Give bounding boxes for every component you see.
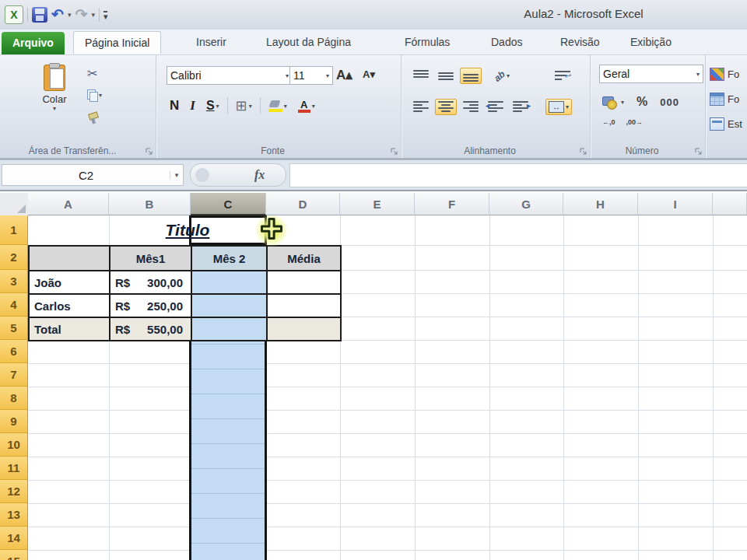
cell-B5[interactable]: R$ 550,00: [109, 317, 192, 341]
cell-title-B1[interactable]: Titulo: [109, 217, 266, 243]
col-header-F[interactable]: F: [415, 193, 489, 215]
tab-arquivo[interactable]: Arquivo: [2, 32, 65, 54]
font-dialog-launcher-icon[interactable]: [391, 148, 398, 156]
paste-dropdown-icon[interactable]: ▾: [33, 105, 76, 112]
col-header-B[interactable]: B: [109, 193, 191, 215]
tab-dados[interactable]: Dados: [480, 31, 533, 53]
row-header-3[interactable]: 3: [0, 270, 28, 293]
merge-center-button[interactable]: ↔ ▾: [545, 99, 572, 115]
col-header-C[interactable]: C: [191, 193, 266, 215]
alignment-dialog-launcher-icon[interactable]: [580, 148, 587, 156]
cut-button[interactable]: ✂: [87, 66, 97, 81]
col-header-A[interactable]: A: [28, 193, 109, 215]
tab-inserir[interactable]: Inserir: [185, 31, 237, 53]
cell-C5[interactable]: [191, 317, 268, 341]
paste-button[interactable]: Colar ▾: [33, 65, 76, 112]
currency-dropdown-icon[interactable]: ▾: [621, 99, 624, 106]
font-name-combobox[interactable]: Calibri ▾: [167, 66, 293, 85]
align-center-button[interactable]: [435, 99, 457, 115]
row-header-1[interactable]: 1: [0, 215, 28, 245]
cell-grid[interactable]: Mês1 Mês 2 Média João R$ 300,00 Carlos R…: [28, 215, 747, 560]
row-header-4[interactable]: 4: [0, 293, 28, 317]
undo-icon[interactable]: ↶: [51, 7, 64, 23]
row-header-15[interactable]: 15: [0, 550, 28, 560]
increase-indent-button[interactable]: ►: [510, 99, 531, 115]
cell-D4[interactable]: [266, 293, 342, 318]
col-header-I[interactable]: I: [638, 193, 713, 215]
format-as-table-button[interactable]: Fo: [710, 93, 739, 106]
font-name-dropdown-icon[interactable]: ▾: [286, 72, 289, 79]
redo-icon[interactable]: ↷: [75, 7, 87, 23]
font-color-dropdown-icon[interactable]: ▾: [312, 103, 315, 110]
cell-C4[interactable]: [191, 293, 268, 318]
shrink-font-button[interactable]: A▾: [359, 66, 378, 82]
percent-style-button[interactable]: %: [633, 93, 651, 111]
format-painter-button[interactable]: [87, 113, 98, 124]
grow-font-button[interactable]: A▴: [333, 65, 356, 86]
clipboard-dialog-launcher-icon[interactable]: [146, 148, 153, 156]
cell-B2[interactable]: Mês1: [109, 245, 192, 271]
row-header-2[interactable]: 2: [0, 245, 28, 270]
cell-styles-button[interactable]: Est: [710, 117, 742, 131]
italic-button[interactable]: I: [187, 96, 198, 116]
name-box[interactable]: C2 ▾: [2, 164, 184, 186]
copy-button[interactable]: ▾: [87, 89, 102, 100]
align-left-button[interactable]: [410, 99, 432, 115]
col-header-D[interactable]: D: [266, 193, 340, 215]
row-header-11[interactable]: 11: [0, 457, 28, 480]
number-format-dropdown-icon[interactable]: ▾: [696, 71, 700, 78]
align-right-button[interactable]: [460, 99, 482, 115]
customize-qat-icon[interactable]: ▾: [103, 11, 108, 19]
tab-pagina-inicial[interactable]: Página Inicial: [73, 31, 161, 54]
row-header-9[interactable]: 9: [0, 410, 28, 433]
undo-dropdown-icon[interactable]: ▾: [68, 11, 72, 19]
comma-style-button[interactable]: 000: [657, 94, 682, 110]
decrease-indent-button[interactable]: ◄: [485, 99, 507, 115]
tab-layout-da-pagina[interactable]: Layout da Página: [255, 31, 362, 53]
col-header-partial[interactable]: [713, 193, 747, 215]
accounting-format-button[interactable]: ▾: [599, 93, 627, 110]
number-dialog-launcher-icon[interactable]: [695, 148, 703, 156]
save-icon[interactable]: [32, 7, 47, 23]
name-box-dropdown-icon[interactable]: ▾: [170, 171, 183, 179]
cell-A5[interactable]: Total: [28, 317, 110, 341]
orientation-button[interactable]: ab ▾: [491, 68, 513, 84]
conditional-formatting-button[interactable]: Fo: [710, 68, 739, 81]
cell-C2-active[interactable]: Mês 2: [191, 245, 268, 271]
borders-dropdown-icon[interactable]: ▾: [249, 103, 252, 110]
decrease-decimal-button[interactable]: ,00→: [623, 116, 647, 128]
redo-dropdown-icon[interactable]: ▾: [91, 11, 95, 19]
cell-B3[interactable]: R$ 300,00: [109, 270, 192, 295]
font-size-dropdown-icon[interactable]: ▾: [326, 72, 329, 79]
row-header-10[interactable]: 10: [0, 433, 28, 457]
row-header-5[interactable]: 5: [0, 317, 28, 340]
cell-C3[interactable]: [191, 270, 268, 295]
align-bottom-button[interactable]: [460, 68, 482, 84]
row-header-6[interactable]: 6: [0, 340, 28, 363]
excel-logo-icon[interactable]: X: [5, 5, 23, 24]
formula-input[interactable]: [289, 163, 747, 187]
tab-exibicao[interactable]: Exibição: [619, 31, 682, 53]
underline-button[interactable]: S ▾: [203, 96, 223, 115]
col-header-H[interactable]: H: [563, 193, 638, 215]
tab-revisao[interactable]: Revisão: [549, 31, 611, 53]
cell-A2[interactable]: [28, 245, 110, 271]
align-middle-button[interactable]: [435, 68, 457, 84]
bold-button[interactable]: N: [167, 96, 182, 116]
font-size-combobox[interactable]: 11 ▾: [289, 66, 333, 85]
cell-D3[interactable]: [266, 270, 342, 295]
copy-dropdown-icon[interactable]: ▾: [99, 92, 102, 99]
select-all-corner[interactable]: [0, 193, 29, 216]
cell-D5[interactable]: [266, 317, 342, 341]
col-header-G[interactable]: G: [489, 193, 563, 215]
wrap-text-button[interactable]: [552, 68, 573, 84]
align-top-button[interactable]: [410, 68, 432, 84]
row-header-14[interactable]: 14: [0, 527, 28, 550]
fill-color-dropdown-icon[interactable]: ▾: [284, 103, 287, 110]
col-header-E[interactable]: E: [340, 193, 415, 215]
cell-A3[interactable]: João: [28, 270, 110, 295]
row-header-13[interactable]: 13: [0, 503, 28, 527]
increase-decimal-button[interactable]: ←,0: [599, 116, 619, 128]
number-format-combobox[interactable]: Geral ▾: [599, 65, 703, 83]
tab-formulas[interactable]: Fórmulas: [394, 31, 461, 53]
